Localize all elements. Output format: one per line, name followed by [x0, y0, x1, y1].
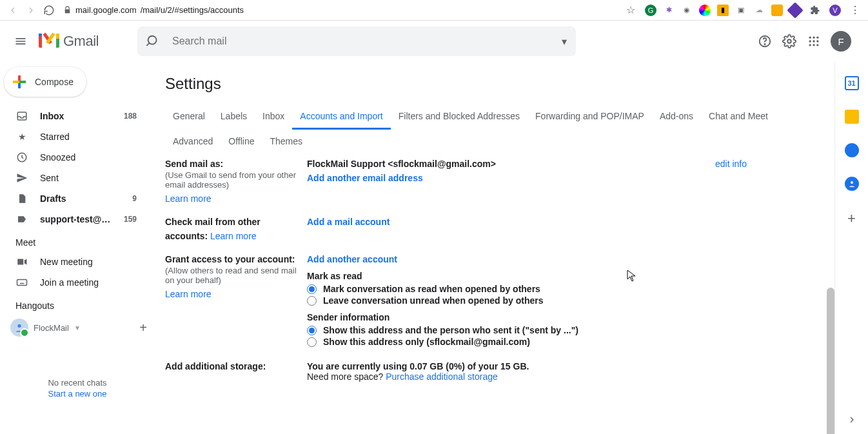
menu-button[interactable] [5, 26, 36, 57]
gmail-wordmark: Gmail [63, 33, 99, 50]
tab-general[interactable]: General [165, 104, 213, 130]
svg-point-9 [809, 44, 811, 46]
compose-label: Compose [35, 77, 74, 87]
mark-read-header: Mark as read [307, 271, 824, 281]
ext-icon[interactable]: ▮ [717, 5, 729, 16]
sender-option-2[interactable]: Show this address only (sflockmail@gmail… [307, 337, 824, 347]
ext-icon[interactable]: G [645, 5, 656, 16]
learn-more-link[interactable]: Learn more [210, 231, 257, 241]
hangouts-avatar-icon [10, 319, 28, 337]
sidebar-item-label[interactable]: support-test@tita... 159 [0, 209, 148, 230]
scrollbar[interactable] [827, 288, 834, 434]
apps-grid-icon[interactable] [806, 34, 822, 49]
svg-point-5 [816, 37, 818, 39]
sidebar-item-starred[interactable]: ★ Starred [0, 126, 148, 147]
svg-point-6 [809, 40, 811, 42]
sidebar-item-sent[interactable]: Sent [0, 168, 148, 188]
profile-badge[interactable]: V [829, 5, 841, 16]
ext-icon[interactable] [771, 5, 783, 16]
browser-toolbar: mail.google.com/mail/u/2/#settings/accou… [0, 0, 868, 21]
meet-section-header: Meet [0, 230, 155, 252]
sidebar-item-snoozed[interactable]: Snoozed [0, 147, 148, 168]
extensions-icon[interactable] [807, 3, 823, 18]
tab-inbox[interactable]: Inbox [255, 104, 292, 130]
compose-button[interactable]: Compose [4, 67, 86, 97]
radio-input[interactable] [307, 326, 317, 335]
sidebar-item-new-meeting[interactable]: New meeting [0, 252, 148, 272]
mark-read-option-1[interactable]: Mark conversation as read when opened by… [307, 284, 824, 294]
tab-advanced[interactable]: Advanced [165, 130, 221, 153]
edit-info-link[interactable]: edit info [715, 159, 747, 169]
grant-heading: Grant access to your account: [165, 254, 295, 264]
collapse-panel-button[interactable] [847, 415, 857, 425]
tab-add-ons[interactable]: Add-ons [652, 104, 701, 130]
sidebar-count: 188 [124, 112, 137, 121]
side-panel: 31 + [834, 62, 868, 434]
ext-icon[interactable]: ▣ [735, 5, 747, 16]
calendar-addon-icon[interactable]: 31 [845, 76, 859, 90]
ext-icon[interactable]: ☁ [753, 5, 765, 16]
search-bar[interactable]: ▾ [137, 26, 576, 56]
address-bar[interactable]: mail.google.com/mail/u/2/#settings/accou… [63, 5, 244, 15]
extension-row: ☆ G ✱ ◉ ▮ ▣ ☁ V ⋮ [623, 3, 863, 18]
keep-addon-icon[interactable] [845, 110, 859, 124]
svg-point-2 [787, 39, 791, 43]
nav-back-button[interactable] [5, 3, 21, 18]
sidebar-item-inbox[interactable]: Inbox 188 [0, 106, 148, 126]
ext-icon[interactable]: ◉ [681, 5, 693, 16]
tasks-addon-icon[interactable] [845, 143, 859, 157]
sidebar-item-join-meeting[interactable]: Join a meeting [0, 272, 148, 293]
need-more-text: Need more space? [307, 371, 386, 382]
radio-input[interactable] [307, 296, 317, 306]
sidebar-label: support-test@tita... [40, 214, 112, 224]
nav-forward-button[interactable] [23, 3, 39, 18]
search-icon [146, 34, 161, 48]
learn-more-link[interactable]: Learn more [165, 289, 212, 299]
tab-chat-and-meet[interactable]: Chat and Meet [701, 104, 776, 130]
sidebar: Compose Inbox 188 ★ Starred Snoozed Sent… [0, 62, 155, 434]
tab-filters-and-blocked-addresses[interactable]: Filters and Blocked Addresses [391, 104, 528, 130]
add-another-account-link[interactable]: Add another account [307, 254, 397, 264]
caret-down-icon[interactable]: ▼ [74, 324, 81, 331]
tab-themes[interactable]: Themes [262, 130, 311, 153]
ext-icon[interactable] [787, 2, 803, 18]
svg-point-7 [813, 40, 814, 42]
ext-icon[interactable] [699, 5, 711, 16]
star-icon[interactable]: ☆ [623, 3, 638, 18]
mark-read-option-2[interactable]: Leave conversation unread when opened by… [307, 295, 824, 306]
tab-labels[interactable]: Labels [213, 104, 255, 130]
sender-info-header: Sender information [307, 312, 824, 322]
search-options-caret-icon[interactable]: ▾ [562, 35, 567, 48]
ext-icon[interactable]: ✱ [663, 5, 675, 16]
radio-input[interactable] [307, 337, 317, 347]
search-input[interactable] [172, 35, 562, 47]
account-avatar[interactable]: F [831, 31, 851, 52]
hangouts-new-button[interactable]: + [139, 321, 147, 335]
svg-point-15 [17, 324, 21, 328]
hangouts-section-header: Hangouts [0, 293, 155, 315]
tab-accounts-and-import[interactable]: Accounts and Import [292, 104, 390, 130]
tab-offline[interactable]: Offline [221, 130, 262, 153]
support-icon[interactable] [757, 34, 773, 49]
tab-forwarding-and-pop-imap[interactable]: Forwarding and POP/IMAP [528, 104, 652, 130]
compose-plus-icon [13, 75, 26, 88]
hangouts-user-row[interactable]: FlockMail ▼ + [0, 315, 155, 340]
add-email-link[interactable]: Add another email address [307, 173, 423, 183]
reload-button[interactable] [41, 3, 57, 18]
hangouts-start-link[interactable]: Start a new one [0, 389, 155, 399]
gmail-logo[interactable]: Gmail [39, 33, 99, 50]
sidebar-item-drafts[interactable]: Drafts 9 [0, 188, 148, 209]
browser-menu-icon[interactable]: ⋮ [847, 3, 863, 18]
add-addon-button[interactable]: + [847, 210, 856, 227]
sidebar-label: Snoozed [40, 152, 137, 163]
purchase-storage-link[interactable]: Purchase additional storage [386, 371, 498, 382]
label-icon [15, 214, 28, 224]
settings-gear-icon[interactable] [782, 34, 797, 49]
url-host: mail.google.com [75, 5, 137, 15]
send-as-sub: (Use Gmail to send from your other email… [165, 170, 301, 190]
radio-input[interactable] [307, 284, 317, 294]
learn-more-link[interactable]: Learn more [165, 193, 212, 204]
contacts-addon-icon[interactable] [845, 177, 859, 191]
add-mail-account-link[interactable]: Add a mail account [307, 217, 390, 227]
sender-option-1[interactable]: Show this address and the person who sen… [307, 325, 824, 335]
